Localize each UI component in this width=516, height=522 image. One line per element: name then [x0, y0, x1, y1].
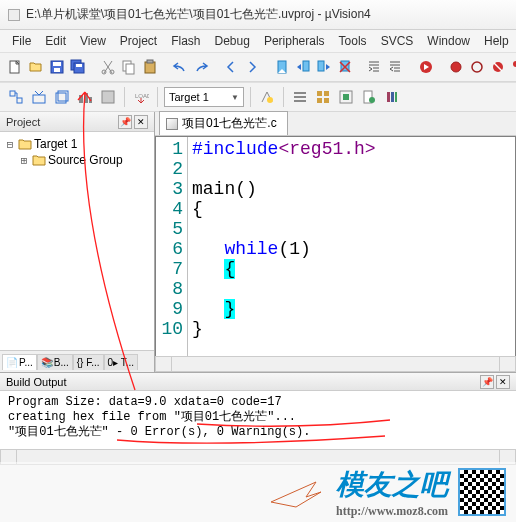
stop-build-icon[interactable]: [98, 87, 118, 107]
project-panel: Project 📌 ✕ ⊟ Target 1 ⊞ Source Group 📄P…: [0, 112, 155, 372]
svg-rect-24: [17, 98, 22, 103]
paste-icon[interactable]: [141, 57, 159, 77]
batch-build-icon[interactable]: [75, 87, 95, 107]
svg-rect-38: [324, 91, 329, 96]
tab-templates[interactable]: 0▸ T...: [104, 354, 139, 370]
control-menu-icon[interactable]: [8, 9, 20, 21]
menu-help[interactable]: Help: [478, 32, 515, 50]
h-scrollbar[interactable]: [155, 356, 516, 372]
build-line-result: "项目01七色光芒" - 0 Error(s), 0 Warning(s).: [8, 425, 508, 440]
tree-group-label: Source Group: [48, 153, 123, 167]
project-panel-title: Project: [6, 116, 40, 128]
save-all-icon[interactable]: [69, 57, 87, 77]
svg-point-33: [267, 97, 273, 103]
c-file-icon: [166, 118, 178, 130]
build-line-size: Program Size: data=9.0 xdata=0 code=17: [8, 395, 508, 410]
svg-rect-39: [317, 98, 322, 103]
tab-books[interactable]: 📚B...: [37, 354, 73, 370]
svg-rect-47: [395, 92, 397, 102]
project-tree[interactable]: ⊟ Target 1 ⊞ Source Group: [0, 132, 154, 350]
code-editor[interactable]: 12345678910 #include<reg51.h> main(){ wh…: [155, 136, 516, 356]
cut-icon[interactable]: [99, 57, 117, 77]
redo-icon[interactable]: [192, 57, 210, 77]
outdent-icon[interactable]: [387, 57, 405, 77]
translate-icon[interactable]: [6, 87, 26, 107]
svg-rect-46: [391, 92, 394, 102]
manage-project-icon[interactable]: [290, 87, 310, 107]
save-icon[interactable]: [48, 57, 66, 77]
svg-rect-3: [54, 68, 60, 72]
breakpoint-disable-icon[interactable]: [468, 57, 486, 77]
bo-close-icon[interactable]: ✕: [496, 375, 510, 389]
group-folder-icon: [32, 153, 46, 167]
download-icon[interactable]: LOAD: [131, 87, 151, 107]
line-gutter: 12345678910: [156, 137, 188, 356]
build-output-content[interactable]: Program Size: data=9.0 xdata=0 code=17cr…: [0, 391, 516, 449]
books-icon[interactable]: [382, 87, 402, 107]
bookmark-icon[interactable]: [273, 57, 291, 77]
menu-svcs[interactable]: SVCS: [375, 32, 420, 50]
new-file-icon[interactable]: [6, 57, 24, 77]
rebuild-icon[interactable]: [52, 87, 72, 107]
svg-point-18: [451, 62, 461, 72]
menu-debug[interactable]: Debug: [209, 32, 256, 50]
indent-icon[interactable]: [366, 57, 384, 77]
menu-peripherals[interactable]: Peripherals: [258, 32, 331, 50]
bookmark-clear-icon[interactable]: [336, 57, 354, 77]
target-select-combo[interactable]: Target 1▼: [164, 87, 244, 107]
multi-project-icon[interactable]: [313, 87, 333, 107]
svg-rect-31: [102, 91, 114, 103]
open-file-icon[interactable]: [27, 57, 45, 77]
watermark-url: http://www.moz8.com: [336, 504, 448, 519]
svg-point-7: [102, 70, 106, 74]
svg-point-44: [369, 97, 375, 103]
svg-rect-35: [294, 96, 306, 98]
menu-file[interactable]: File: [6, 32, 37, 50]
menu-window[interactable]: Window: [421, 32, 476, 50]
bo-pin-icon[interactable]: 📌: [480, 375, 494, 389]
code-tab-active[interactable]: 项目01七色光芒.c: [159, 111, 288, 135]
bookmark-prev-icon[interactable]: [294, 57, 312, 77]
menu-edit[interactable]: Edit: [39, 32, 72, 50]
menu-view[interactable]: View: [74, 32, 112, 50]
menu-project[interactable]: Project: [114, 32, 163, 50]
build-target-icon[interactable]: [29, 87, 49, 107]
project-bottom-tabs: 📄P... 📚B... {} F... 0▸ T...: [0, 350, 154, 372]
panel-pin-icon[interactable]: 📌: [118, 115, 132, 129]
breakpoint-kill-icon[interactable]: [489, 57, 507, 77]
svg-rect-23: [10, 91, 15, 96]
qr-code-icon: [458, 468, 506, 516]
svg-point-8: [110, 70, 114, 74]
svg-rect-15: [318, 61, 324, 71]
code-content[interactable]: #include<reg51.h> main(){ while(1) { }}: [188, 137, 380, 356]
project-items-icon[interactable]: [336, 87, 356, 107]
bookmark-next-icon[interactable]: [315, 57, 333, 77]
svg-rect-10: [126, 64, 134, 74]
undo-icon[interactable]: [171, 57, 189, 77]
svg-rect-30: [89, 97, 92, 103]
tab-project[interactable]: 📄P...: [2, 354, 37, 370]
code-tab-label: 项目01七色光芒.c: [182, 115, 277, 132]
debug-run-icon[interactable]: [417, 57, 435, 77]
tree-group-node[interactable]: ⊞ Source Group: [4, 152, 150, 168]
build-output-title: Build Output: [6, 376, 67, 388]
svg-rect-34: [294, 92, 306, 94]
menu-flash[interactable]: Flash: [165, 32, 206, 50]
tab-functions[interactable]: {} F...: [73, 354, 104, 370]
svg-rect-36: [294, 100, 306, 102]
tree-target-node[interactable]: ⊟ Target 1: [4, 136, 150, 152]
nav-back-icon[interactable]: [222, 57, 240, 77]
menu-tools[interactable]: Tools: [333, 32, 373, 50]
breakpoint-icon[interactable]: [447, 57, 465, 77]
work-area: Project 📌 ✕ ⊟ Target 1 ⊞ Source Group 📄P…: [0, 112, 516, 372]
watermark-logo: 模友之吧http://www.moz8.com: [336, 466, 448, 519]
plane-icon: [266, 472, 326, 512]
toolbar-row-1: [0, 52, 516, 82]
copy-icon[interactable]: [120, 57, 138, 77]
options-target-icon[interactable]: [257, 87, 277, 107]
panel-close-icon[interactable]: ✕: [134, 115, 148, 129]
nav-forward-icon[interactable]: [243, 57, 261, 77]
file-ext-icon[interactable]: [359, 87, 379, 107]
svg-rect-11: [145, 62, 155, 73]
breakpoint-toggle-all-icon[interactable]: [510, 57, 516, 77]
